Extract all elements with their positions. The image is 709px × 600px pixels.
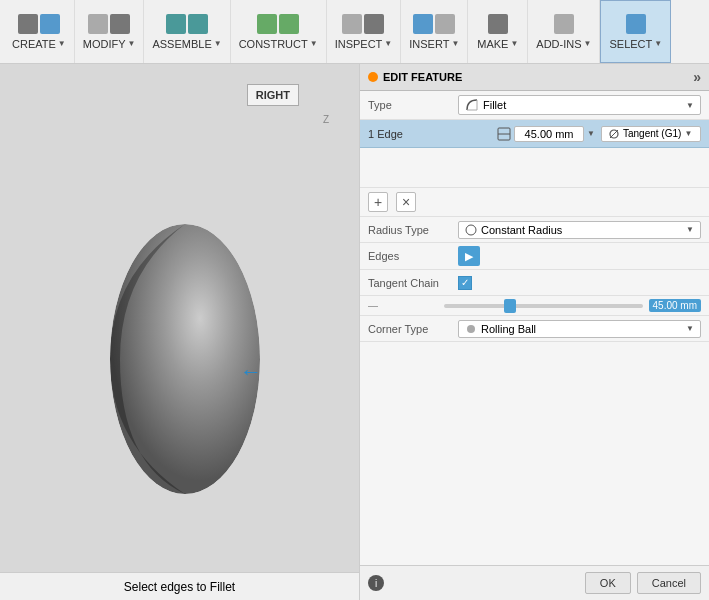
assemble-icon-1 (166, 14, 186, 34)
edge-label: 1 Edge (368, 128, 491, 140)
modify-arrow: ▼ (128, 39, 136, 48)
ok-button[interactable]: OK (585, 572, 631, 594)
create-icon-1 (18, 14, 38, 34)
insert-icon-1 (413, 14, 433, 34)
edges-row: Edges ▶ (360, 243, 709, 270)
insert-label: INSERT ▼ (409, 38, 459, 50)
panel-footer: i OK Cancel (360, 565, 709, 600)
create-arrow: ▼ (58, 39, 66, 48)
panel-header-left: EDIT FEATURE (368, 71, 462, 83)
slider-left-label: — (368, 300, 438, 311)
construct-icon-1 (257, 14, 277, 34)
svg-point-6 (467, 325, 475, 333)
radius-type-label: Radius Type (368, 224, 458, 236)
tangent-icon (608, 128, 620, 140)
slider-value: 45.00 mm (649, 299, 701, 312)
modify-icons (88, 14, 130, 34)
slider-thumb[interactable] (504, 299, 516, 313)
create-icons (18, 14, 60, 34)
empty-area (360, 148, 709, 188)
type-content: Fillet ▼ (458, 95, 701, 115)
edge-icon (497, 127, 511, 141)
checkbox-check-icon: ✓ (461, 277, 469, 288)
remove-btn[interactable]: × (396, 192, 416, 212)
tangent-dropdown[interactable]: Tangent (G1) ▼ (601, 126, 701, 142)
svg-point-5 (466, 225, 476, 235)
radius-type-row: Radius Type Constant Radius ▼ (360, 217, 709, 243)
tangent-arrow: ▼ (684, 129, 692, 138)
edit-feature-panel: EDIT FEATURE » Type Fillet ▼ (359, 64, 709, 600)
add-btn[interactable]: + (368, 192, 388, 212)
corner-type-row: Corner Type Rolling Ball ▼ (360, 316, 709, 342)
toolbar-assemble[interactable]: ASSEMBLE ▼ (144, 0, 230, 63)
cancel-button[interactable]: Cancel (637, 572, 701, 594)
modify-label: MODIFY ▼ (83, 38, 136, 50)
corner-type-select[interactable]: Rolling Ball ▼ (458, 320, 701, 338)
viewport[interactable]: RIGHT Z ← (0, 64, 359, 600)
svg-point-1 (110, 224, 260, 494)
slider-track[interactable] (444, 304, 643, 308)
view-label: RIGHT (247, 84, 299, 106)
toolbar-modify[interactable]: MODIFY ▼ (75, 0, 145, 63)
construct-icons (257, 14, 299, 34)
edge-value-box: ▼ (497, 126, 595, 142)
radius-type-arrow: ▼ (686, 225, 694, 234)
create-label: CREATE ▼ (12, 38, 66, 50)
type-row: Type Fillet ▼ (360, 91, 709, 120)
panel-expand-btn[interactable]: » (693, 69, 701, 85)
radius-icon (465, 224, 477, 236)
toolbar-construct[interactable]: CONSTRUCT ▼ (231, 0, 327, 63)
cursor-arrow: ← (240, 359, 262, 385)
toolbar-insert[interactable]: INSERT ▼ (401, 0, 468, 63)
orange-dot (368, 72, 378, 82)
panel-header: EDIT FEATURE » (360, 64, 709, 91)
type-value: Fillet (483, 99, 506, 111)
toolbar: CREATE ▼ MODIFY ▼ ASSEMBLE ▼ CONSTR (0, 0, 709, 64)
edge-row[interactable]: 1 Edge ▼ Tangent (G1) ▼ (360, 120, 709, 148)
toolbar-addins[interactable]: ADD-INS ▼ (528, 0, 600, 63)
tangent-value: Tangent (G1) (623, 128, 681, 139)
type-select[interactable]: Fillet ▼ (458, 95, 701, 115)
toolbar-select[interactable]: SELECT ▼ (600, 0, 671, 63)
inspect-label: INSPECT ▼ (335, 38, 393, 50)
assemble-icons (166, 14, 208, 34)
view-axis: Z (323, 114, 329, 125)
info-icon: i (368, 575, 384, 591)
slider-row: — 45.00 mm (360, 296, 709, 316)
tangent-chain-row: Tangent Chain ✓ (360, 270, 709, 296)
modify-icon-1 (88, 14, 108, 34)
construct-arrow: ▼ (310, 39, 318, 48)
insert-icons (413, 14, 455, 34)
rolling-ball-icon (465, 323, 477, 335)
tangent-chain-checkbox[interactable]: ✓ (458, 276, 472, 290)
status-bar: Select edges to Fillet (0, 572, 359, 600)
edge-value-input[interactable] (514, 126, 584, 142)
assemble-icon-2 (188, 14, 208, 34)
make-label: MAKE ▼ (477, 38, 518, 50)
fillet-icon (465, 98, 479, 112)
edges-label: Edges (368, 250, 458, 262)
toolbar-inspect[interactable]: INSPECT ▼ (327, 0, 402, 63)
toolbar-make[interactable]: MAKE ▼ (468, 0, 528, 63)
radius-type-value: Constant Radius (481, 224, 562, 236)
main-area: RIGHT Z ← (0, 64, 709, 600)
corner-type-label: Corner Type (368, 323, 458, 335)
inspect-arrow: ▼ (384, 39, 392, 48)
insert-arrow: ▼ (451, 39, 459, 48)
inspect-icons (342, 14, 384, 34)
corner-type-arrow: ▼ (686, 324, 694, 333)
addins-arrow: ▼ (584, 39, 592, 48)
panel-title: EDIT FEATURE (383, 71, 462, 83)
assemble-arrow: ▼ (214, 39, 222, 48)
radius-type-select[interactable]: Constant Radius ▼ (458, 221, 701, 239)
select-label: SELECT ▼ (609, 38, 662, 50)
assemble-label: ASSEMBLE ▼ (152, 38, 221, 50)
type-label: Type (368, 99, 458, 111)
toolbar-create[interactable]: CREATE ▼ (4, 0, 75, 63)
edges-select-btn[interactable]: ▶ (458, 246, 480, 266)
status-message: Select edges to Fillet (124, 580, 235, 594)
type-dropdown-arrow: ▼ (686, 101, 694, 110)
select-arrow: ▼ (654, 39, 662, 48)
make-icon-1 (488, 14, 508, 34)
edge-value-arrow: ▼ (587, 129, 595, 138)
